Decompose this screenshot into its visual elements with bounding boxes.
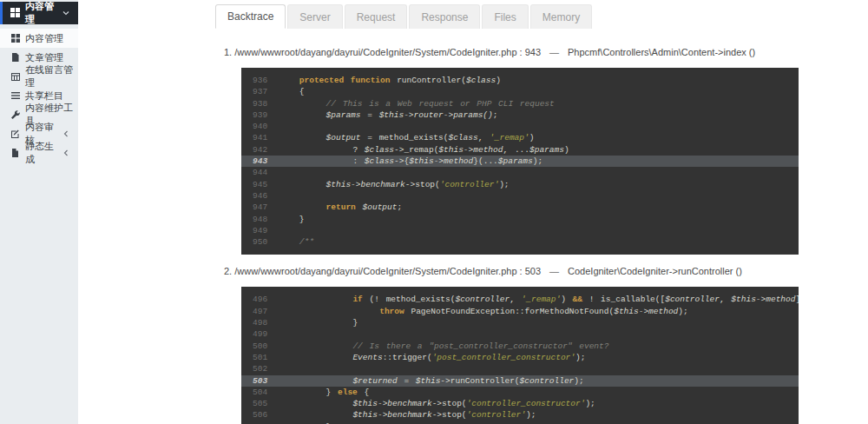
line-number: 947 xyxy=(241,202,273,213)
sidebar-item-label: 共享栏目 xyxy=(25,89,63,103)
code-line: 946 xyxy=(241,190,799,202)
line-number: 940 xyxy=(241,121,273,132)
backtrace-function: CodeIgniter\CodeIgniter->runController (… xyxy=(568,266,742,276)
backtrace-entry: 1. /www/wwwroot/dayang/dayrui/CodeIgnite… xyxy=(78,46,868,255)
code-line: 941 $output = method_exists($class, '_re… xyxy=(241,132,799,143)
code-line: 938 // This is a Web request or PHP CLI … xyxy=(241,98,799,109)
code-line: 505 $this->benchmark->stop('controller_c… xyxy=(241,398,799,409)
line-number: 506 xyxy=(241,409,273,421)
code-line: 502 xyxy=(241,363,799,374)
grid-icon xyxy=(10,34,20,43)
tab-backtrace[interactable]: Backtrace xyxy=(215,4,286,29)
line-number: 949 xyxy=(241,225,273,236)
code-line: 504 } else { xyxy=(241,387,799,398)
code-line: 498 } xyxy=(241,317,799,328)
tab-memory[interactable]: Memory xyxy=(530,4,592,29)
line-number: 503 xyxy=(241,375,273,387)
code-line-highlighted: 503 $returned = $this->runController($co… xyxy=(241,375,799,387)
separator-dash: — xyxy=(549,266,559,276)
code-line: 500 // Is there a "post_controller_const… xyxy=(241,341,799,352)
code-line: 506 $this->benchmark->stop('controller')… xyxy=(241,409,799,421)
code-line: 499 xyxy=(241,328,799,340)
tab-response[interactable]: Response xyxy=(409,4,480,29)
sidebar-item-label: 静态生成 xyxy=(25,140,58,166)
line-number: 950 xyxy=(241,236,273,248)
code-line: 949 xyxy=(241,225,799,236)
code-line-highlighted: 943 : $class->{$this->method}(...$params… xyxy=(241,156,799,167)
line-number: 499 xyxy=(241,328,273,340)
line-number: 942 xyxy=(241,144,273,156)
line-number: 501 xyxy=(241,352,273,363)
line-number: 936 xyxy=(241,75,273,86)
line-number: 502 xyxy=(241,363,273,374)
chevron-left-icon xyxy=(63,149,69,156)
code-line: 496 if (! method_exists($controller, '_r… xyxy=(241,294,799,305)
grid-icon xyxy=(10,8,20,19)
sidebar-header-content-management[interactable]: 内容管理 xyxy=(0,2,78,24)
list-icon xyxy=(10,91,20,101)
backtrace-location: 2. /www/wwwroot/dayang/dayrui/CodeIgnite… xyxy=(224,265,868,278)
line-number: 497 xyxy=(241,306,273,317)
tab-request[interactable]: Request xyxy=(345,4,408,29)
line-number: 943 xyxy=(241,156,273,167)
line-number: 944 xyxy=(241,167,273,178)
main-content: BacktraceServerRequestResponseFilesMemor… xyxy=(78,0,868,424)
code-line: 942 ? $class->_remap($this->method, ...$… xyxy=(241,144,799,156)
sidebar-header-label: 内容管理 xyxy=(25,0,57,26)
code-line: 940 xyxy=(241,121,799,132)
code-line: 944 xyxy=(241,167,799,178)
sidebar: 内容管理 内容管理文章管理在线留言管理共享栏目内容维护工具内容审核静态生成 xyxy=(0,0,78,424)
code-line: 948 } xyxy=(241,214,799,225)
line-number: 505 xyxy=(241,398,273,409)
chevron-down-icon xyxy=(62,10,69,16)
line-number: 945 xyxy=(241,179,273,190)
backtrace-location: 1. /www/wwwroot/dayang/dayrui/CodeIgnite… xyxy=(224,46,868,59)
sidebar-item[interactable]: 在线留言管理 xyxy=(0,67,78,86)
backtrace-file-line: 1. /www/wwwroot/dayang/dayrui/CodeIgnite… xyxy=(224,47,541,57)
separator-dash: — xyxy=(549,47,559,57)
backtrace-panel: 1. /www/wwwroot/dayang/dayrui/CodeIgnite… xyxy=(78,29,868,424)
line-number: 946 xyxy=(241,190,273,202)
backtrace-function: Phpcmf\Controllers\Admin\Content->index … xyxy=(568,47,755,57)
tab-server[interactable]: Server xyxy=(287,4,342,29)
tab-files[interactable]: Files xyxy=(482,4,528,29)
line-number: 938 xyxy=(241,98,273,109)
line-number: 948 xyxy=(241,214,273,225)
code-line: 947 return $output; xyxy=(241,202,799,213)
sidebar-item-label: 文章管理 xyxy=(25,51,63,64)
table-icon xyxy=(10,72,20,82)
line-number: 498 xyxy=(241,317,273,328)
line-number: 504 xyxy=(241,387,273,398)
code-line: 501 Events::trigger('post_controller_con… xyxy=(241,352,799,363)
wrench-icon xyxy=(10,110,20,120)
line-number: 941 xyxy=(241,132,273,143)
code-snippet: 496 if (! method_exists($controller, '_r… xyxy=(241,287,799,424)
line-number: 939 xyxy=(241,109,273,121)
backtrace-file-line: 2. /www/wwwroot/dayang/dayrui/CodeIgnite… xyxy=(224,266,541,276)
line-number: 496 xyxy=(241,294,273,305)
sidebar-submenu: 内容管理文章管理在线留言管理共享栏目内容维护工具内容审核静态生成 xyxy=(0,24,78,162)
sidebar-item-label: 内容管理 xyxy=(25,32,63,45)
code-line: 937 { xyxy=(241,86,799,97)
sidebar-item-label: 在线留言管理 xyxy=(25,63,78,89)
chevron-left-icon xyxy=(63,130,69,137)
sidebar-item[interactable]: 内容管理 xyxy=(0,29,78,48)
edit-icon xyxy=(10,129,20,139)
debug-tab-bar: BacktraceServerRequestResponseFilesMemor… xyxy=(215,4,868,29)
doc-icon xyxy=(10,53,20,63)
code-line: 497 throw PageNotFoundException::forMeth… xyxy=(241,306,799,317)
file-icon xyxy=(10,149,20,158)
code-line: 939 $params = $this->router->params(); xyxy=(241,109,799,121)
code-line: 945 $this->benchmark->stop('controller')… xyxy=(241,179,799,190)
line-number: 500 xyxy=(241,341,273,352)
line-number: 937 xyxy=(241,86,273,97)
backtrace-entry: 2. /www/wwwroot/dayang/dayrui/CodeIgnite… xyxy=(78,265,868,424)
code-line: 936 protected function runController($cl… xyxy=(241,75,799,86)
code-line: 950 /** xyxy=(241,236,799,248)
code-snippet: 936 protected function runController($cl… xyxy=(241,68,799,255)
sidebar-item[interactable]: 静态生成 xyxy=(0,143,78,162)
